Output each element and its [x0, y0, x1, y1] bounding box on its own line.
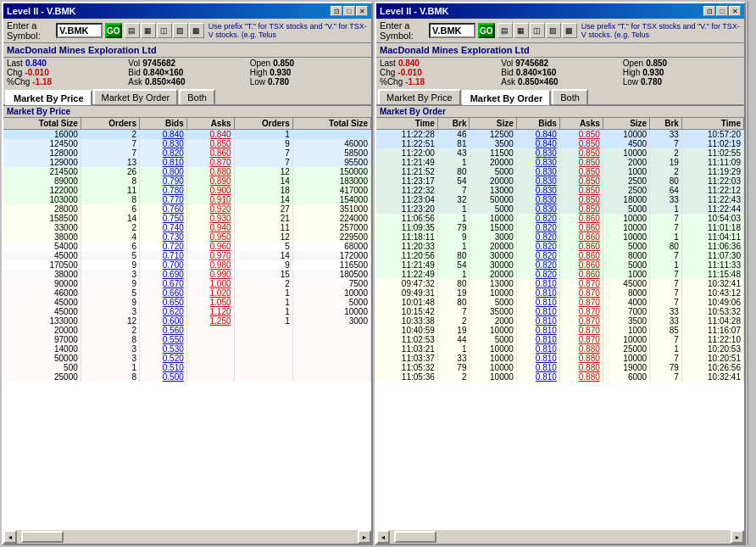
right-icon-2[interactable]: ▦ — [514, 23, 529, 38]
left-horiz-track[interactable] — [17, 530, 358, 544]
right-table-cell: 11:22:10 — [681, 335, 743, 344]
right-table-cell: 1000 — [603, 326, 649, 335]
right-scroll-right-btn[interactable]: ► — [731, 530, 744, 544]
right-table-cell: 0.810 — [516, 288, 559, 298]
right-table-cell: 1 — [437, 158, 470, 167]
left-table-row: 122000110.7800.90018417000 — [3, 186, 371, 195]
left-table-cell: 58500 — [292, 148, 370, 158]
left-high-cell: High 0.930 — [250, 68, 368, 77]
left-close-btn[interactable]: ✕ — [356, 6, 368, 16]
left-table-cell: 0.650 — [140, 298, 187, 307]
right-table-cell: 1000 — [603, 167, 649, 176]
left-horiz-scroll[interactable]: ◄ ► — [3, 530, 371, 544]
right-vol-cell: Vol 9745682 — [501, 59, 619, 68]
right-scroll-left-btn[interactable]: ◄ — [376, 530, 390, 544]
left-table-cell: 10000 — [292, 307, 370, 316]
left-table-cell: 180500 — [292, 270, 370, 279]
right-table-row: 11:18:11930000.8200.86010000111:04:11 — [376, 232, 744, 242]
right-table-cell: 13000 — [470, 186, 516, 195]
left-table-cell: 351000 — [292, 204, 370, 214]
right-table-cell: 11500 — [470, 148, 516, 158]
left-tab-market-by-order[interactable]: Market By Order — [93, 89, 179, 104]
right-col-time: Time — [376, 118, 437, 130]
right-table-cell: 43 — [437, 148, 470, 158]
left-window: Level II - V.BMK ⊡ □ ✕ Enter a Symbol: G… — [2, 2, 373, 545]
left-horiz-thumb[interactable] — [21, 531, 64, 543]
left-go-button[interactable]: GO — [105, 23, 122, 38]
left-toolbar-icons: ▤ ▦ ◫ ▨ ▩ — [125, 23, 204, 38]
left-scroll-right-btn[interactable]: ► — [358, 530, 371, 544]
right-table-cell: 10:26:56 — [681, 363, 743, 372]
left-table-cell: 9 — [81, 279, 139, 288]
right-table-cell: 5000 — [470, 167, 516, 176]
right-icon-4[interactable]: ▨ — [546, 23, 561, 38]
right-table-cell: 0.870 — [559, 279, 603, 288]
left-icon-3[interactable]: ◫ — [157, 23, 172, 38]
left-table-cell: 0.920 — [186, 204, 234, 214]
right-table-cell: 0.810 — [516, 344, 559, 354]
left-icon-4[interactable]: ▨ — [173, 23, 188, 38]
left-icon-5[interactable]: ▩ — [189, 23, 204, 38]
left-tab-bar: Market By Price Market By Order Both — [3, 87, 371, 106]
left-scroll-left-btn[interactable]: ◄ — [3, 530, 17, 544]
right-table-cell: 11:06:36 — [681, 242, 743, 251]
right-horiz-thumb[interactable] — [394, 531, 436, 543]
left-table-cell: 27 — [234, 204, 292, 214]
left-pctchg-value: -1.18 — [32, 77, 52, 87]
left-table-cell: 18 — [234, 186, 292, 195]
left-table-row: 8900080.7900.89014183000 — [3, 176, 371, 186]
left-tab-both[interactable]: Both — [179, 89, 215, 104]
right-maximize-btn[interactable]: □ — [716, 6, 728, 16]
right-high-value: 0.930 — [642, 68, 664, 77]
left-resize-btn[interactable]: ⊡ — [331, 6, 342, 16]
right-horiz-track[interactable] — [390, 530, 731, 544]
right-table-cell: 10:20:51 — [681, 354, 743, 363]
right-table-scroll[interactable]: Time Brk Size Bids Asks Size Brk Time — [376, 118, 744, 530]
right-table-cell: 25000 — [603, 344, 649, 354]
right-horiz-scroll[interactable]: ◄ ► — [376, 530, 744, 544]
right-table-cell: 11:22:12 — [681, 186, 743, 195]
left-table-cell: 8 — [81, 176, 139, 186]
right-close-btn[interactable]: ✕ — [729, 6, 741, 16]
right-tab-market-by-price[interactable]: Market By Price — [378, 89, 461, 104]
right-table-cell: 1 — [437, 204, 470, 214]
right-table-cell: 3500 — [603, 316, 649, 326]
left-table-cell: 417000 — [292, 186, 370, 195]
right-table-cell: 11:05:32 — [376, 363, 437, 372]
right-table-cell: 10000 — [470, 214, 516, 223]
right-table-row: 11:03:3733100000.8100.88010000710:20:51 — [376, 354, 744, 363]
left-table-cell: 0.730 — [140, 232, 187, 242]
left-title-controls: ⊡ □ ✕ — [331, 6, 368, 16]
left-table-cell — [234, 363, 292, 372]
right-symbol-input[interactable] — [429, 23, 475, 38]
left-table-cell: 2 — [81, 326, 139, 335]
right-icon-1[interactable]: ▤ — [498, 23, 513, 38]
right-icon-3[interactable]: ◫ — [530, 23, 545, 38]
left-table-scroll[interactable]: Total Size Orders Bids Asks Orders Total… — [3, 118, 371, 530]
right-table-cell: 1 — [650, 204, 682, 214]
left-table-cell: 116500 — [292, 260, 370, 270]
right-table-cell: 10000 — [470, 326, 516, 335]
right-table-row: 10:40:5919100000.8100.87010008511:16:07 — [376, 326, 744, 335]
right-go-button[interactable]: GO — [478, 23, 495, 38]
left-window-title: Level II - V.BMK — [7, 6, 76, 16]
left-tab-market-by-price[interactable]: Market By Price — [5, 90, 92, 105]
right-icon-5[interactable]: ▩ — [562, 23, 577, 38]
right-tab-both[interactable]: Both — [552, 89, 588, 104]
left-icon-2[interactable]: ▦ — [141, 23, 156, 38]
right-stock-info: Last 0.840 Vol 9745682 Open 0.850 Chg -0… — [376, 58, 744, 87]
right-table-cell: 0.850 — [559, 186, 603, 195]
right-table-cell: 2500 — [603, 186, 649, 195]
right-table-cell: 0.830 — [516, 204, 559, 214]
left-table-cell: 0.860 — [186, 148, 234, 158]
right-low-value: 0.780 — [641, 77, 662, 87]
left-table-cell: 103000 — [3, 195, 81, 204]
left-table-cell: 0.690 — [140, 270, 187, 279]
right-resize-btn[interactable]: ⊡ — [703, 6, 715, 16]
left-symbol-input[interactable] — [56, 23, 103, 38]
right-table-cell: 0.810 — [516, 316, 559, 326]
right-tab-market-by-order[interactable]: Market By Order — [462, 90, 552, 105]
left-maximize-btn[interactable]: □ — [343, 6, 355, 16]
left-icon-1[interactable]: ▤ — [125, 23, 140, 38]
left-table-cell: 25000 — [3, 372, 81, 382]
